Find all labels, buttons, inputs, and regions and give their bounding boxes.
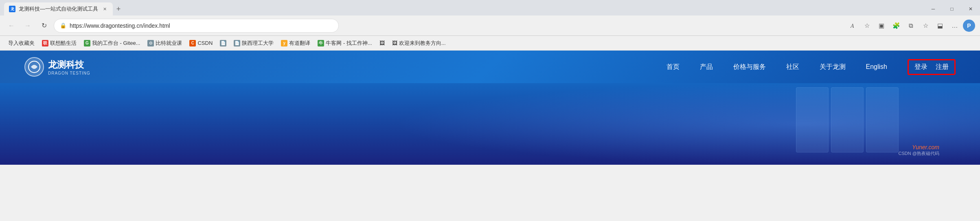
bookmark-image-icon: 🖼 (379, 40, 385, 46)
login-button[interactable]: 登录 (914, 63, 927, 71)
logo-area: 龙测科技 DRAGON TESTING (24, 57, 90, 77)
register-button[interactable]: 注册 (936, 63, 949, 71)
bookmark-shaanxi-icon: 📄 (234, 40, 240, 46)
auth-buttons: 登录 注册 (908, 59, 956, 75)
bookmark-bite-icon: ⊙ (147, 40, 154, 46)
server-unit-3 (866, 87, 899, 152)
site-nav: 首页 产品 价格与服务 社区 关于龙测 English 登录 注册 (666, 59, 956, 75)
close-button[interactable]: ✕ (961, 1, 980, 17)
bookmark-jiaowu-label: 欢迎来到教务方向... (399, 40, 446, 47)
bookmark-csdn[interactable]: C CSDN (186, 38, 216, 48)
nav-community[interactable]: 社区 (786, 63, 799, 71)
website-content: 龙测科技 DRAGON TESTING 首页 产品 价格与服务 社区 关于龙测 … (0, 51, 980, 165)
server-decoration (796, 87, 899, 152)
bookmark-gitee[interactable]: G 我的工作台 - Gitee... (81, 38, 143, 49)
server-unit-2 (831, 87, 864, 152)
site-hero: Yuner.com CSDN @熟夜磁代码 (0, 83, 980, 165)
favorites-icon[interactable]: ☆ (860, 19, 873, 32)
site-header: 龙测科技 DRAGON TESTING 首页 产品 价格与服务 社区 关于龙测 … (0, 51, 980, 83)
bookmark-import-label: 导入收藏夹 (8, 40, 35, 47)
bookmark-jiaowu-icon: 🖼 (392, 40, 397, 46)
watermark-csdn: CSDN @熟夜磁代码 (899, 150, 939, 157)
bookmark-lxls-icon: 联 (42, 40, 48, 46)
new-tab-button[interactable]: + (113, 3, 124, 15)
bookmark-doc1[interactable]: 📄 (217, 38, 230, 48)
back-button[interactable]: ← (5, 19, 18, 32)
window-controls: ─ □ ✕ (924, 1, 980, 17)
downloads-icon[interactable]: ⬓ (934, 19, 947, 32)
bookmark-gitee-icon: G (84, 40, 90, 46)
watermark: Yuner.com CSDN @熟夜磁代码 (899, 144, 939, 157)
refresh-button[interactable]: ↻ (37, 19, 50, 32)
browser-chrome: 龙 龙测科技—一站式自动化测试工具 ✕ + ─ □ ✕ ← → ↻ 🔒 http… (0, 0, 980, 51)
bookmark-lxls[interactable]: 联 联想酷生活 (39, 38, 80, 49)
extensions-icon[interactable]: 🧩 (890, 19, 903, 32)
bookmark-bite-label: 比特就业课 (156, 40, 182, 47)
bookmark-niuke[interactable]: 牛 牛客网 - 找工作神... (314, 38, 375, 49)
minimize-button[interactable]: ─ (924, 1, 943, 17)
tab-favicon: 龙 (9, 6, 15, 12)
forward-button[interactable]: → (21, 19, 34, 32)
toolbar-icons: 𝐴 ☆ ▣ 🧩 ⧉ ☆ ⬓ … P (846, 19, 975, 32)
maximize-button[interactable]: □ (943, 1, 961, 17)
url-text: https://www.dragontesting.cn/index.html (70, 22, 170, 29)
watermark-site: Yuner.com (912, 144, 939, 150)
bookmark-gitee-label: 我的工作台 - Gitee... (92, 40, 140, 47)
bookmark-bite[interactable]: ⊙ 比特就业课 (144, 38, 185, 49)
bookmark-image[interactable]: 🖼 (376, 38, 388, 48)
add-favorites-icon[interactable]: ☆ (919, 19, 932, 32)
bookmark-youdao-label: 有道翻译 (289, 40, 310, 47)
collections-icon[interactable]: ▣ (875, 19, 888, 32)
profile-avatar[interactable]: P (963, 20, 975, 32)
bookmark-niuke-label: 牛客网 - 找工作神... (326, 40, 372, 47)
settings-icon[interactable]: … (948, 19, 961, 32)
nav-pricing[interactable]: 价格与服务 (733, 63, 766, 71)
nav-home[interactable]: 首页 (666, 63, 680, 71)
logo-icon (24, 57, 44, 77)
bookmark-niuke-icon: 牛 (318, 40, 324, 46)
nav-about[interactable]: 关于龙测 (820, 63, 846, 71)
bookmark-youdao-icon: y (281, 40, 287, 46)
bookmark-import[interactable]: 导入收藏夹 (5, 38, 38, 49)
bookmark-shaanxi[interactable]: 📄 陕西理工大学 (230, 38, 277, 49)
split-screen-icon[interactable]: ⧉ (904, 19, 917, 32)
bookmark-csdn-icon: C (189, 40, 196, 46)
url-bar[interactable]: 🔒 https://www.dragontesting.cn/index.htm… (54, 19, 339, 33)
bookmark-csdn-label: CSDN (197, 40, 213, 46)
nav-products[interactable]: 产品 (700, 63, 713, 71)
bookmarks-bar: 导入收藏夹 联 联想酷生活 G 我的工作台 - Gitee... ⊙ 比特就业课… (0, 36, 980, 51)
bookmark-shaanxi-label: 陕西理工大学 (242, 40, 274, 47)
logo-en: DRAGON TESTING (48, 71, 90, 75)
bookmark-jiaowu[interactable]: 🖼 欢迎来到教务方向... (389, 38, 449, 49)
tab-bar: 龙 龙测科技—一站式自动化测试工具 ✕ + ─ □ ✕ (0, 0, 980, 15)
logo-text: 龙测科技 DRAGON TESTING (48, 59, 90, 75)
read-mode-icon[interactable]: 𝐴 (846, 19, 859, 32)
bookmark-youdao[interactable]: y 有道翻译 (278, 38, 314, 49)
lock-icon: 🔒 (60, 22, 66, 29)
bookmark-doc1-icon: 📄 (220, 40, 226, 46)
nav-english[interactable]: English (866, 63, 887, 71)
server-unit-1 (796, 87, 829, 152)
bookmark-lxls-label: 联想酷生活 (50, 40, 77, 47)
tab-close-button[interactable]: ✕ (101, 6, 108, 12)
tab-title: 龙测科技—一站式自动化测试工具 (19, 5, 98, 13)
address-bar: ← → ↻ 🔒 https://www.dragontesting.cn/ind… (0, 15, 980, 36)
active-tab[interactable]: 龙 龙测科技—一站式自动化测试工具 ✕ (4, 2, 113, 15)
logo-cn: 龙测科技 (48, 59, 90, 71)
